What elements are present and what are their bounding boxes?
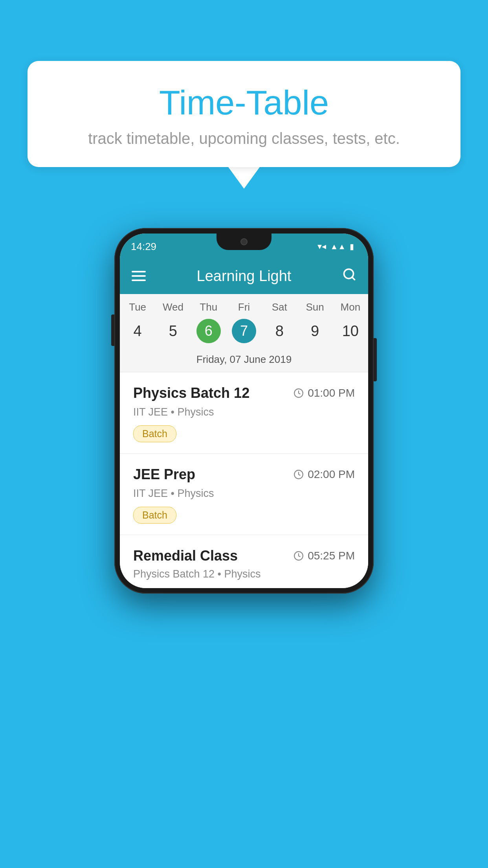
day-numbers-row: 4 5 6 7 8 9 10 [120, 316, 368, 349]
speech-bubble-title: Time-Table [51, 83, 437, 123]
day-name-mon: Mon [333, 301, 368, 313]
battery-icon: ▮ [350, 242, 354, 251]
batch-badge: Batch [133, 425, 176, 442]
phone-mockup: 14:29 ▾◂ ▲▲ ▮ Learning Light [114, 228, 374, 594]
class-time-value-2: 02:00 PM [308, 468, 355, 481]
phone-outer: 14:29 ▾◂ ▲▲ ▮ Learning Light [114, 228, 374, 594]
day-8[interactable]: 8 [262, 319, 297, 343]
speech-bubble-arrow [228, 167, 260, 189]
status-icons: ▾◂ ▲▲ ▮ [317, 241, 354, 252]
hamburger-line-3 [132, 280, 146, 281]
partial-subtitle: Physics Batch 12 • Physics [133, 568, 355, 580]
phone-inner: 14:29 ▾◂ ▲▲ ▮ Learning Light [120, 234, 368, 588]
clock-icon [294, 388, 304, 398]
signal-icon: ▲▲ [330, 242, 346, 251]
status-time: 14:29 [131, 241, 156, 253]
app-bar: Learning Light [120, 258, 368, 294]
day-9[interactable]: 9 [297, 319, 332, 343]
speech-bubble: Time-Table track timetable, upcoming cla… [28, 61, 460, 167]
class-item-header-2: JEE Prep 02:00 PM [133, 466, 355, 483]
class-item-header: Physics Batch 12 01:00 PM [133, 385, 355, 401]
day-name-thu: Thu [191, 301, 226, 313]
phone-notch [216, 234, 272, 250]
calendar-header: Tue Wed Thu Fri Sat Sun Mon 4 5 6 [120, 294, 368, 372]
clock-icon-2 [294, 469, 304, 480]
phone-screen: 14:29 ▾◂ ▲▲ ▮ Learning Light [120, 234, 368, 588]
selected-date: Friday, 07 June 2019 [120, 349, 368, 372]
partial-time-value: 05:25 PM [308, 550, 355, 562]
speech-bubble-container: Time-Table track timetable, upcoming cla… [28, 61, 460, 189]
partial-name: Remedial Class [133, 548, 238, 564]
day-6[interactable]: 6 [191, 319, 226, 343]
class-time-2: 02:00 PM [294, 468, 355, 481]
class-subtitle: IIT JEE • Physics [133, 406, 355, 418]
day-name-tue: Tue [120, 301, 155, 313]
app-title: Learning Light [146, 268, 342, 285]
day-5[interactable]: 5 [155, 319, 191, 343]
menu-button[interactable] [132, 271, 146, 281]
day-4[interactable]: 4 [120, 319, 155, 343]
day-10[interactable]: 10 [333, 319, 368, 343]
class-time-value: 01:00 PM [308, 387, 355, 399]
day-name-sat: Sat [262, 301, 297, 313]
clock-icon-3 [294, 551, 304, 561]
wifi-icon: ▾◂ [317, 241, 326, 252]
day-names-row: Tue Wed Thu Fri Sat Sun Mon [120, 294, 368, 316]
class-item-physics-batch-12[interactable]: Physics Batch 12 01:00 PM IIT JEE • Phys… [120, 372, 368, 454]
class-name: Physics Batch 12 [133, 385, 250, 401]
day-name-wed: Wed [155, 301, 191, 313]
day-circle-selected: 7 [232, 319, 256, 343]
partial-time: 05:25 PM [294, 550, 355, 562]
search-icon[interactable] [342, 267, 356, 285]
day-circle-today: 6 [196, 319, 221, 343]
class-subtitle-2: IIT JEE • Physics [133, 487, 355, 500]
class-time: 01:00 PM [294, 387, 355, 399]
hamburger-line-1 [132, 271, 146, 272]
class-name-2: JEE Prep [133, 466, 195, 483]
speech-bubble-subtitle: track timetable, upcoming classes, tests… [51, 130, 437, 147]
day-name-fri: Fri [226, 301, 262, 313]
day-name-sun: Sun [297, 301, 332, 313]
partial-header: Remedial Class 05:25 PM [133, 548, 355, 564]
svg-line-1 [352, 277, 355, 280]
day-7[interactable]: 7 [226, 319, 262, 343]
batch-badge-2: Batch [133, 507, 176, 524]
front-camera [240, 238, 248, 245]
class-item-remedial[interactable]: Remedial Class 05:25 PM Physics Batch 12… [120, 535, 368, 588]
hamburger-line-2 [132, 275, 146, 277]
class-item-jee-prep[interactable]: JEE Prep 02:00 PM IIT JEE • Physics Batc… [120, 454, 368, 535]
